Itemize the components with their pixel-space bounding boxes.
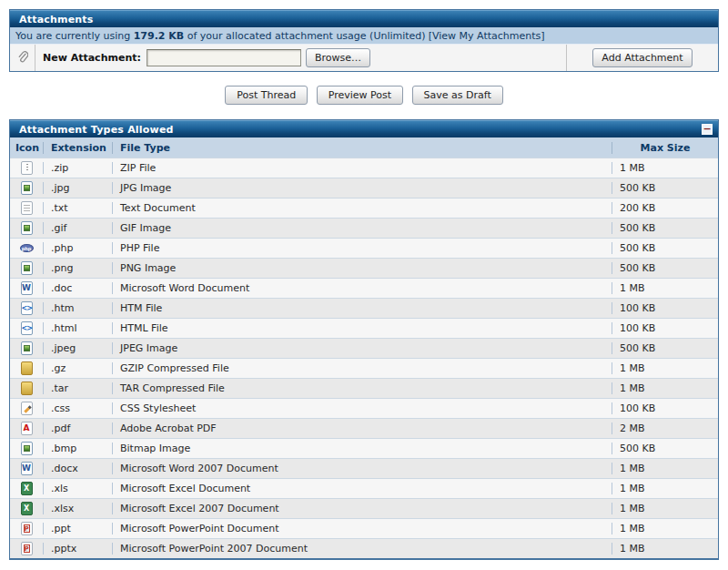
extension-cell: .gif bbox=[43, 222, 112, 234]
extension-cell: .bmp bbox=[43, 443, 112, 454]
icon-cell bbox=[10, 522, 43, 535]
icon-cell bbox=[10, 422, 43, 435]
xls-file-icon bbox=[21, 482, 33, 495]
table-row: .gzGZIP Compressed File1 MB bbox=[10, 358, 718, 378]
table-row: .pngPNG Image500 KB bbox=[10, 258, 718, 278]
max-size-cell: 500 KB bbox=[612, 222, 718, 234]
file-type-cell: JPEG Image bbox=[112, 342, 612, 354]
file-type-cell: Microsoft Excel 2007 Document bbox=[112, 503, 612, 514]
icon-cell bbox=[10, 402, 43, 415]
table-row: .zipZIP File1 MB bbox=[10, 158, 718, 178]
file-type-cell: Text Document bbox=[112, 202, 612, 214]
collapse-icon[interactable]: − bbox=[702, 124, 713, 135]
view-my-attachments-link[interactable]: [View My Attachments] bbox=[429, 30, 545, 42]
max-size-cell: 1 MB bbox=[612, 382, 718, 394]
file-type-cell: Microsoft Word 2007 Document bbox=[112, 463, 612, 474]
browse-button[interactable]: Browse… bbox=[306, 48, 370, 67]
table-row: .docMicrosoft Word Document1 MB bbox=[10, 278, 718, 298]
add-attachment-cell: Add Attachment bbox=[566, 45, 718, 71]
usage-middle: of your allocated attachment usage (Unli… bbox=[187, 30, 426, 42]
max-size-cell: 1 MB bbox=[612, 523, 718, 534]
file-type-cell: Adobe Acrobat PDF bbox=[112, 422, 612, 434]
php-file-icon bbox=[21, 241, 33, 255]
file-type-cell: Microsoft Word Document bbox=[112, 282, 612, 294]
css-file-icon bbox=[21, 402, 33, 415]
max-size-cell: 100 KB bbox=[612, 322, 718, 334]
icon-cell bbox=[10, 181, 43, 195]
page: Attachments You are currently using 179.… bbox=[9, 9, 719, 570]
file-type-cell: HTML File bbox=[112, 322, 612, 334]
extension-cell: .tar bbox=[43, 382, 112, 394]
ppt-file-icon bbox=[21, 542, 33, 555]
attachment-types-panel: Attachment Types Allowed − Icon Extensio… bbox=[9, 119, 719, 560]
extension-cell: .htm bbox=[43, 302, 112, 314]
file-type-cell: ZIP File bbox=[112, 162, 612, 174]
extension-cell: .zip bbox=[43, 162, 112, 174]
icon-cell bbox=[10, 261, 43, 275]
file-type-cell: GIF Image bbox=[112, 222, 612, 234]
max-size-cell: 200 KB bbox=[612, 202, 718, 214]
max-size-cell: 500 KB bbox=[612, 443, 718, 454]
icon-cell bbox=[10, 382, 43, 395]
table-row: .phpPHP File500 KB bbox=[10, 238, 718, 258]
icon-cell bbox=[10, 241, 43, 255]
file-type-cell: CSS Stylesheet bbox=[112, 402, 612, 414]
attachments-panel: Attachments You are currently using 179.… bbox=[9, 9, 719, 72]
table-row: .xlsxMicrosoft Excel 2007 Document1 MB bbox=[10, 498, 718, 518]
attachment-types-title: Attachment Types Allowed bbox=[19, 124, 174, 136]
table-row: .bmpBitmap Image500 KB bbox=[10, 438, 718, 458]
post-thread-button[interactable]: Post Thread bbox=[225, 86, 308, 105]
zip-file-icon bbox=[21, 161, 33, 175]
icon-cell bbox=[10, 502, 43, 515]
file-type-cell: GZIP Compressed File bbox=[112, 362, 612, 374]
new-attachment-main: New Attachment: Browse… bbox=[35, 45, 566, 71]
extension-cell: .css bbox=[43, 402, 112, 414]
save-as-draft-button[interactable]: Save as Draft bbox=[412, 86, 503, 105]
extension-cell: .doc bbox=[43, 282, 112, 294]
icon-cell bbox=[10, 442, 43, 455]
new-attachment-label: New Attachment: bbox=[43, 52, 141, 64]
add-attachment-button[interactable]: Add Attachment bbox=[592, 48, 692, 67]
file-type-cell: HTM File bbox=[112, 302, 612, 314]
attachment-file-input[interactable] bbox=[147, 49, 301, 66]
img-file-icon bbox=[21, 181, 33, 195]
extension-cell: .pdf bbox=[43, 422, 112, 434]
ppt-file-icon bbox=[21, 522, 33, 535]
extension-cell: .pptx bbox=[43, 543, 112, 555]
max-size-cell: 1 MB bbox=[612, 282, 718, 294]
column-header-file-type: File Type bbox=[112, 142, 612, 154]
extension-cell: .xlsx bbox=[43, 503, 112, 514]
icon-cell bbox=[10, 201, 43, 215]
gz-file-icon bbox=[21, 361, 33, 375]
extension-cell: .jpg bbox=[43, 182, 112, 194]
usage-prefix: You are currently using bbox=[15, 30, 130, 42]
extension-cell: .txt bbox=[43, 202, 112, 214]
column-header-max-size: Max Size bbox=[612, 142, 718, 154]
icon-cell bbox=[10, 321, 43, 335]
img-file-icon bbox=[21, 261, 33, 275]
file-type-cell: Microsoft Excel Document bbox=[112, 483, 612, 494]
usage-amount: 179.2 KB bbox=[134, 30, 185, 42]
table-row: .gifGIF Image500 KB bbox=[10, 218, 718, 238]
paperclip-cell bbox=[10, 45, 35, 71]
icon-cell bbox=[10, 361, 43, 375]
thread-actions: Post Thread Preview Post Save as Draft bbox=[9, 86, 719, 105]
attachments-panel-header: Attachments bbox=[10, 10, 718, 27]
file-type-cell: JPG Image bbox=[112, 182, 612, 194]
preview-post-button[interactable]: Preview Post bbox=[317, 86, 403, 105]
paperclip-icon bbox=[17, 51, 28, 65]
icon-cell bbox=[10, 281, 43, 295]
doc-file-icon bbox=[21, 281, 33, 295]
table-row: .pptMicrosoft PowerPoint Document1 MB bbox=[10, 518, 718, 538]
htm-file-icon bbox=[21, 301, 33, 315]
table-row: .tarTAR Compressed File1 MB bbox=[10, 378, 718, 398]
max-size-cell: 500 KB bbox=[612, 182, 718, 194]
gz-file-icon bbox=[21, 382, 33, 395]
attachment-types-column-headers: Icon Extension File Type Max Size bbox=[10, 137, 718, 158]
img-file-icon bbox=[21, 341, 33, 355]
max-size-cell: 1 MB bbox=[612, 463, 718, 474]
icon-cell bbox=[10, 542, 43, 555]
icon-cell bbox=[10, 482, 43, 495]
max-size-cell: 1 MB bbox=[612, 503, 718, 514]
table-row: .xlsMicrosoft Excel Document1 MB bbox=[10, 478, 718, 498]
